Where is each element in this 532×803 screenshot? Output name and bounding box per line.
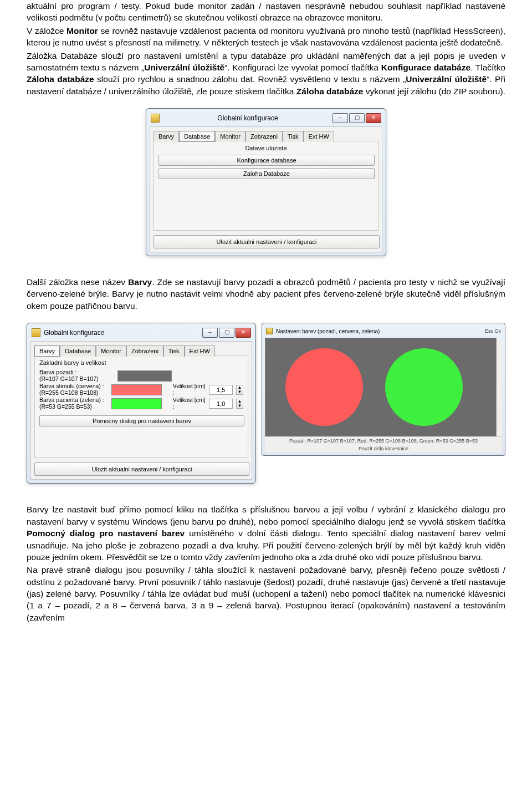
patient-size-spinner[interactable]: ▲▼ <box>236 399 243 409</box>
bg-color-swatch[interactable] <box>117 370 172 382</box>
tab-exthw[interactable]: Ext HW <box>304 131 334 142</box>
tab-barvy[interactable]: Barvy <box>34 345 60 357</box>
preview-title: Nastaveni barev (pozadi, cervena, zelena… <box>276 328 485 334</box>
maximize-button[interactable]: ▢ <box>219 328 234 338</box>
app-icon <box>32 328 40 337</box>
window-title: Globalni konfigurace <box>44 329 202 337</box>
save-config-button[interactable]: Ulozit aktualni nastaveni / konfiguraci <box>34 463 249 476</box>
tab-zobrazeni[interactable]: Zobrazeni <box>245 131 283 142</box>
group-colors: Zakladni barvy a velikost Barva pozadi :… <box>34 355 248 458</box>
group-title: Zakladni barvy a velikost <box>39 359 243 366</box>
config-dialog-colors: Globalni konfigurace – ▢ ✕ Barvy Databas… <box>27 323 256 484</box>
red-circle <box>285 348 363 426</box>
color-helper-button[interactable]: Pomocny dialog pro nastaveni barev <box>39 415 244 426</box>
group-title: Datave uloziste <box>158 145 374 151</box>
green-circle <box>385 348 463 426</box>
close-button[interactable]: ✕ <box>236 328 251 338</box>
tab-tisk[interactable]: Tisk <box>163 345 185 357</box>
tab-zobrazeni[interactable]: Zobrazeni <box>126 345 163 357</box>
stimulus-color-swatch[interactable] <box>111 384 161 395</box>
bg-color-label: Barva pozadi :(R=107 G=107 B=107) <box>39 369 114 382</box>
tab-monitor[interactable]: Monitor <box>215 131 245 142</box>
tab-barvy[interactable]: Barvy <box>154 131 179 142</box>
preview-actions[interactable]: Esc Ok <box>485 328 501 334</box>
tab-exthw[interactable]: Ext HW <box>185 345 215 357</box>
app-icon <box>266 328 273 334</box>
maximize-button[interactable]: ▢ <box>349 113 365 123</box>
body-text: Barvy lze nastavit buď přímo pomocí klik… <box>27 504 505 563</box>
patient-size-input[interactable]: 1,0 <box>209 399 233 409</box>
body-text: Záložka Databáze slouží pro nastavení um… <box>27 50 505 98</box>
body-text: Na pravé straně dialogu jsou posuvníky /… <box>27 564 505 623</box>
stimulus-size-spinner[interactable]: ▲▼ <box>236 385 243 395</box>
tab-strip: Barvy Database Monitor Zobrazeni Tisk Ex… <box>34 345 248 356</box>
configure-db-button[interactable]: Konfigurace database <box>158 155 375 166</box>
app-icon <box>151 114 160 123</box>
backup-db-button[interactable]: Zaloha Databaze <box>158 168 375 179</box>
patient-color-swatch[interactable] <box>111 398 161 409</box>
stimulus-size-label: Velikost [cm] : <box>173 383 206 396</box>
tab-monitor[interactable]: Monitor <box>96 345 126 357</box>
preview-sliders[interactable] <box>497 338 502 436</box>
save-config-button[interactable]: Ulozit aktualni nastaveni / konfiguraci <box>154 235 380 248</box>
window-title: Globalni konfigurace <box>163 114 332 122</box>
tab-strip: Barvy Database Monitor Zobrazeni Tisk Ex… <box>154 130 378 141</box>
config-dialog-database: Globalni konfigurace – ▢ ✕ Barvy Databas… <box>146 108 386 256</box>
minimize-button[interactable]: – <box>202 328 218 338</box>
patient-size-label: Velikost [cm] : <box>173 397 206 410</box>
tab-database[interactable]: Database <box>60 345 96 357</box>
body-text: aktuální pro program / testy. Pokud bude… <box>27 0 505 24</box>
group-storage: Datave uloziste Konfigurace database Zal… <box>154 141 378 231</box>
minimize-button[interactable]: – <box>332 113 348 123</box>
preview-canvas <box>265 338 497 436</box>
preview-status: Pozadi: R=107 G=107 B=107; Red: R=255 G=… <box>265 436 502 445</box>
stimulus-size-input[interactable]: 1,5 <box>209 385 233 395</box>
close-button[interactable]: ✕ <box>366 113 381 123</box>
tab-database[interactable]: Database <box>179 131 215 142</box>
stimulus-color-label: Barva stimulu (cervena) :(R=255 G=108 B=… <box>39 383 108 396</box>
preview-hint: Pouzit cisla klavesnice <box>265 445 502 453</box>
tab-tisk[interactable]: Tisk <box>283 131 304 142</box>
body-text: V záložce Monitor se rovněž nastavuje vz… <box>27 25 505 49</box>
color-preview-window: Nastaveni barev (pozadi, cervena, zelena… <box>262 323 505 456</box>
body-text: Další záložka nese název Barvy. Zde se n… <box>27 276 505 312</box>
patient-color-label: Barva pacienta (zelena) :(R=53 G=255 B=5… <box>39 397 108 410</box>
